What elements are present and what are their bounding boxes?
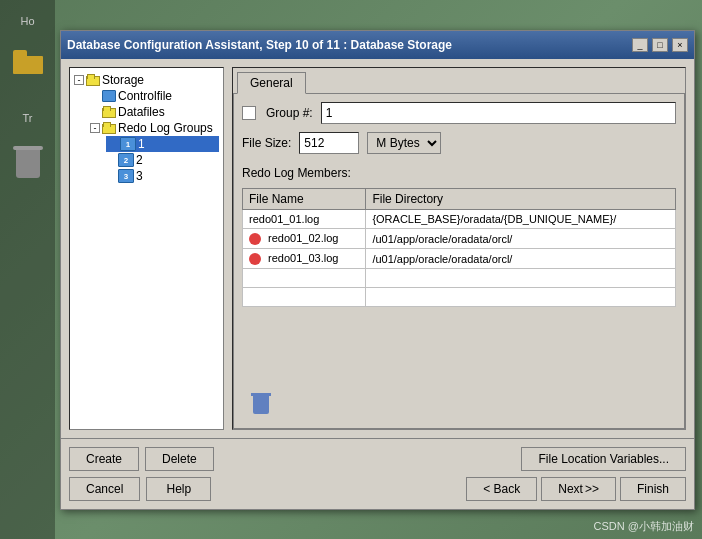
create-button[interactable]: Create <box>69 447 139 471</box>
left-buttons: Create Delete <box>69 447 214 471</box>
tree-toggle-storage[interactable]: - <box>74 75 84 85</box>
nav-buttons: < Back Next >> Finish <box>466 477 686 501</box>
row-icon-2 <box>249 233 261 245</box>
main-window: Database Configuration Assistant, Step 1… <box>60 30 695 510</box>
bottom-bar: Create Delete File Location Variables...… <box>61 438 694 509</box>
redo-group-1-icon: 1 <box>120 137 136 151</box>
window-controls: _ □ × <box>632 38 688 52</box>
cell-filename-3: redo01_03.log <box>243 249 366 269</box>
tree-panel[interactable]: - Storage Controlfile Datafi <box>69 67 224 430</box>
tab-general[interactable]: General <box>237 72 306 94</box>
tree-toggle-redo[interactable]: - <box>90 123 100 133</box>
main-area: - Storage Controlfile Datafi <box>61 59 694 438</box>
filesize-row: File Size: K Bytes M Bytes G Bytes <box>242 132 676 154</box>
file-location-button[interactable]: File Location Variables... <box>521 447 686 471</box>
group-number-row: Group #: <box>242 102 676 124</box>
tree-item-datafiles[interactable]: Datafiles <box>90 104 219 120</box>
delete-row-button[interactable] <box>250 394 272 416</box>
cell-directory-1: {ORACLE_BASE}/oradata/{DB_UNIQUE_NAME}/ <box>366 210 676 229</box>
tree-label-group-1: 1 <box>138 137 145 151</box>
right-buttons-top: File Location Variables... <box>521 447 686 471</box>
tree-item-controlfile[interactable]: Controlfile <box>90 88 219 104</box>
redo-members-label: Redo Log Members: <box>242 166 676 180</box>
cell-directory-3: /u01/app/oracle/oradata/orcl/ <box>366 249 676 269</box>
col-header-filename: File Name <box>243 189 366 210</box>
tree-label-storage: Storage <box>102 73 144 87</box>
tree-item-group-3[interactable]: 3 3 <box>106 168 219 184</box>
bottom-row2: Cancel Help < Back Next >> Finish <box>69 477 686 501</box>
group-input[interactable] <box>321 102 676 124</box>
cell-filename-2: redo01_02.log <box>243 229 366 249</box>
right-panel: General Group #: File Size: <box>232 67 686 430</box>
left-nav-buttons: Cancel Help <box>69 477 211 501</box>
tree-item-storage[interactable]: - Storage <box>74 72 219 88</box>
group-checkbox[interactable] <box>242 106 256 120</box>
tree-label-redo-log-groups: Redo Log Groups <box>118 121 213 135</box>
tab-content-general: Group #: File Size: K Bytes M Bytes G By… <box>233 93 685 429</box>
tree-label-group-3: 3 <box>136 169 143 183</box>
taskbar-left: Ho Tr <box>0 0 55 539</box>
close-button[interactable]: × <box>672 38 688 52</box>
redo-log-groups-icon <box>102 122 116 134</box>
window-content: - Storage Controlfile Datafi <box>61 59 694 509</box>
table-row-empty-2 <box>243 288 676 307</box>
panel-bottom <box>242 390 676 420</box>
delete-button[interactable]: Delete <box>145 447 214 471</box>
controlfile-icon <box>102 90 116 102</box>
minimize-button[interactable]: _ <box>632 38 648 52</box>
redo-members-table-wrapper: File Name File Directory redo01_01.log {… <box>242 188 676 382</box>
window-titlebar: Database Configuration Assistant, Step 1… <box>61 31 694 59</box>
row-icon-3 <box>249 253 261 265</box>
next-button[interactable]: Next >> <box>541 477 616 501</box>
tree-item-group-2[interactable]: 2 2 <box>106 152 219 168</box>
filesize-unit-select[interactable]: K Bytes M Bytes G Bytes <box>367 132 441 154</box>
storage-folder-icon <box>86 74 100 86</box>
group-label: Group #: <box>266 106 313 120</box>
taskbar-folder-icon[interactable] <box>8 42 48 82</box>
filesize-input[interactable] <box>299 132 359 154</box>
redo-group-2-icon: 2 <box>118 153 134 167</box>
bottom-row1: Create Delete File Location Variables... <box>69 447 686 471</box>
finish-button[interactable]: Finish <box>620 477 686 501</box>
taskbar-label-tr: Tr <box>23 112 33 124</box>
taskbar-trash-icon[interactable] <box>8 144 48 184</box>
taskbar-label-ho: Ho <box>20 15 34 27</box>
filesize-label: File Size: <box>242 136 291 150</box>
trash-icon-small <box>253 396 269 414</box>
redo-group-3-icon: 3 <box>118 169 134 183</box>
maximize-button[interactable]: □ <box>652 38 668 52</box>
redo-members-table: File Name File Directory redo01_01.log {… <box>242 188 676 307</box>
table-row[interactable]: redo01_02.log /u01/app/oracle/oradata/or… <box>243 229 676 249</box>
tree-label-controlfile: Controlfile <box>118 89 172 103</box>
cell-filename-1: redo01_01.log <box>243 210 366 229</box>
tab-bar: General <box>233 68 685 93</box>
window-title: Database Configuration Assistant, Step 1… <box>67 38 452 52</box>
cancel-button[interactable]: Cancel <box>69 477 140 501</box>
tree-label-datafiles: Datafiles <box>118 105 165 119</box>
tree-item-group-1[interactable]: 1 1 <box>106 136 219 152</box>
col-header-directory: File Directory <box>366 189 676 210</box>
back-button[interactable]: < Back <box>466 477 537 501</box>
table-row-empty-1 <box>243 269 676 288</box>
tree-item-redo-log-groups[interactable]: - Redo Log Groups <box>90 120 219 136</box>
datafiles-icon <box>102 106 116 118</box>
table-row[interactable]: redo01_01.log {ORACLE_BASE}/oradata/{DB_… <box>243 210 676 229</box>
table-row[interactable]: redo01_03.log /u01/app/oracle/oradata/or… <box>243 249 676 269</box>
watermark: CSDN @小韩加油财 <box>594 519 694 534</box>
tree-label-group-2: 2 <box>136 153 143 167</box>
cell-directory-2: /u01/app/oracle/oradata/orcl/ <box>366 229 676 249</box>
help-button[interactable]: Help <box>146 477 211 501</box>
